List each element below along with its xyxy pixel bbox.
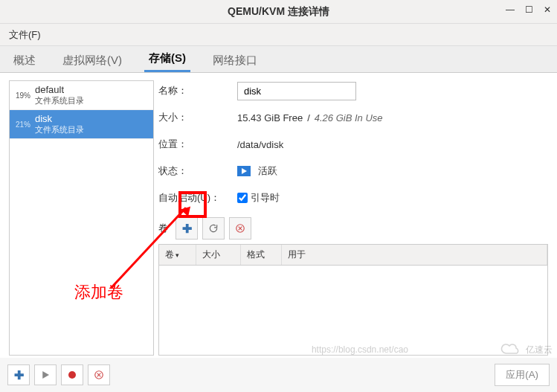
add-volume-button[interactable]: ✚ — [176, 217, 198, 240]
window-title: QEMU/KVM 连接详情 — [228, 5, 329, 19]
minimize-button[interactable]: — — [506, 4, 515, 15]
window-titlebar: QEMU/KVM 连接详情 — ☐ ✕ — [0, 0, 557, 24]
delete-icon — [94, 370, 104, 380]
size-sep: / — [307, 112, 310, 123]
svg-marker-0 — [242, 168, 247, 174]
maximize-button[interactable]: ☐ — [525, 4, 533, 15]
col-size[interactable]: 大小 — [196, 245, 241, 265]
col-format[interactable]: 格式 — [241, 245, 282, 265]
stop-icon — [68, 370, 77, 379]
pool-type: 文件系统目录 — [35, 95, 84, 106]
watermark-logo: 亿速云 — [500, 343, 553, 356]
autostart-value: 引导时 — [251, 191, 280, 205]
play-icon — [237, 166, 251, 176]
add-pool-button[interactable]: ✚ — [7, 364, 30, 385]
size-label: 大小： — [158, 111, 233, 124]
apply-button[interactable]: 应用(A) — [495, 364, 550, 386]
tab-virtual-networks[interactable]: 虚拟网络(V) — [58, 48, 126, 72]
pool-item-default[interactable]: 19% default 文件系统目录 — [10, 81, 153, 110]
tab-overview[interactable]: 概述 — [9, 48, 40, 72]
volume-toolbar: 卷 ✚ — [158, 217, 548, 240]
tab-storage[interactable]: 存储(S) — [144, 45, 190, 72]
tab-network-interfaces[interactable]: 网络接口 — [208, 48, 262, 72]
plus-icon: ✚ — [14, 368, 24, 382]
pool-usage-percent: 19% — [14, 91, 30, 100]
pool-detail-pane: 名称： 大小： 15.43 GiB Free / 4.26 GiB In Use… — [158, 80, 548, 356]
volumes-table[interactable]: 卷▾ 大小 格式 用于 — [158, 244, 548, 356]
pool-type: 文件系统目录 — [35, 124, 84, 135]
location-label: 位置： — [158, 138, 233, 151]
pool-name: default — [35, 84, 84, 95]
delete-pool-button[interactable] — [88, 364, 110, 385]
location-value: /data/vdisk — [237, 139, 283, 150]
svg-marker-4 — [42, 371, 49, 379]
start-pool-button[interactable] — [34, 364, 57, 385]
plus-icon: ✚ — [182, 222, 192, 236]
pool-usage-percent: 21% — [14, 121, 30, 129]
stop-pool-button[interactable] — [61, 364, 83, 385]
state-label: 状态： — [158, 164, 233, 178]
close-button[interactable]: ✕ — [544, 4, 551, 15]
col-name[interactable]: 卷▾ — [159, 245, 196, 265]
watermark-url: https://blog.csdn.net/cao — [312, 344, 408, 355]
pool-name-input[interactable] — [237, 82, 356, 100]
content-area: 19% default 文件系统目录 21% disk 文件系统目录 名称： 大… — [0, 73, 557, 363]
volumes-table-header: 卷▾ 大小 格式 用于 — [159, 245, 547, 266]
col-used-by[interactable]: 用于 — [282, 245, 547, 265]
autostart-label: 自动启动(U)： — [158, 191, 233, 205]
play-icon — [42, 371, 49, 379]
refresh-volumes-button[interactable] — [202, 217, 225, 240]
annotation-text: 添加卷 — [74, 281, 123, 303]
pool-labels: default 文件系统目录 — [35, 84, 84, 106]
pool-name: disk — [35, 113, 84, 124]
delete-icon — [235, 223, 245, 234]
delete-volume-button[interactable] — [229, 217, 251, 240]
bottom-bar: ✚ 应用(A) — [0, 358, 557, 392]
size-free-value: 15.43 GiB Free — [237, 112, 303, 123]
menu-bar: 文件(F) — [0, 24, 557, 46]
pool-labels: disk 文件系统目录 — [35, 113, 84, 135]
storage-pool-list[interactable]: 19% default 文件系统目录 21% disk 文件系统目录 — [9, 80, 154, 356]
state-value: 活跃 — [258, 164, 277, 178]
name-label: 名称： — [158, 84, 233, 97]
size-used-value: 4.26 GiB In Use — [315, 112, 383, 123]
refresh-icon — [208, 223, 219, 234]
pool-item-disk[interactable]: 21% disk 文件系统目录 — [10, 110, 153, 139]
autostart-checkbox[interactable] — [237, 193, 248, 203]
tab-bar: 概述 虚拟网络(V) 存储(S) 网络接口 — [0, 46, 557, 73]
file-menu[interactable]: 文件(F) — [4, 25, 45, 45]
window-controls: — ☐ ✕ — [506, 4, 551, 15]
sort-caret-icon: ▾ — [176, 251, 179, 259]
svg-point-5 — [68, 371, 76, 379]
